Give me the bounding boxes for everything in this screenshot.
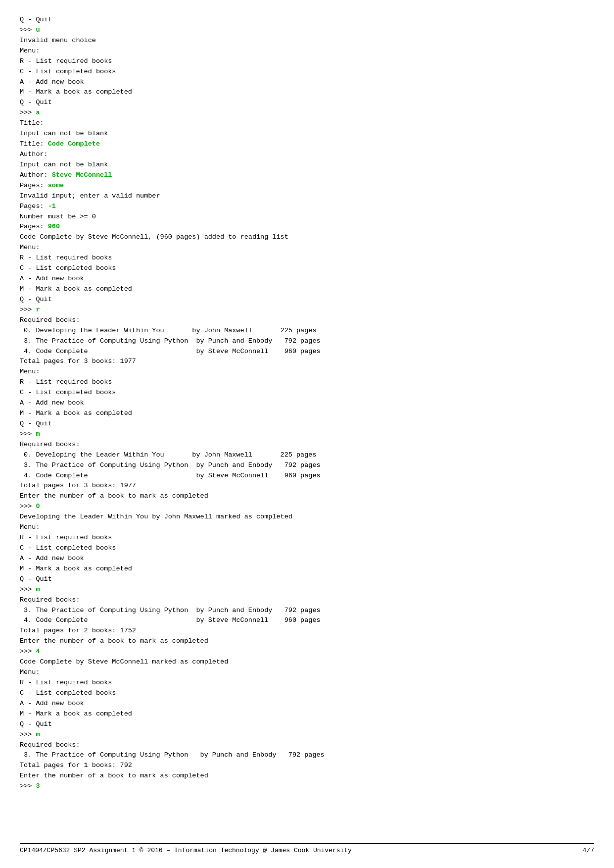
terminal-line: Pages: 960: [20, 222, 594, 232]
terminal-line: Input can not be blank: [20, 129, 594, 139]
terminal-line: 4. Code Complete by Steve McConnell 960 …: [20, 615, 594, 626]
terminal-line: A - Add new book: [20, 77, 594, 88]
terminal-line: Total pages for 1 books: 792: [20, 761, 594, 771]
terminal-line: Title:: [20, 118, 594, 129]
terminal-line: R - List required books: [20, 253, 594, 263]
terminal-line: R - List required books: [20, 678, 594, 688]
terminal-line: 4. Code Complete by Steve McConnell 960 …: [20, 347, 594, 357]
terminal-line: Q - Quit: [20, 98, 594, 108]
terminal-line: 3. The Practice of Computing Using Pytho…: [20, 336, 594, 347]
terminal-line: >>> m: [20, 585, 594, 595]
terminal-line: Invalid input; enter a valid number: [20, 191, 594, 202]
terminal-line: A - Add new book: [20, 554, 594, 564]
terminal-line: M - Mark a book as completed: [20, 709, 594, 719]
terminal-line: Code Complete by Steve McConnell marked …: [20, 657, 594, 667]
terminal-line: Total pages for 3 books: 1977: [20, 357, 594, 367]
terminal-line: Required books:: [20, 595, 594, 606]
terminal-line: Number must be >= 0: [20, 212, 594, 222]
terminal-line: >>> 3: [20, 781, 594, 792]
terminal-line: Q - Quit: [20, 719, 594, 730]
terminal-line: >>> 0: [20, 502, 594, 512]
terminal-line: Pages: -1: [20, 202, 594, 212]
terminal-line: Menu:: [20, 243, 594, 253]
footer-right: 4/7: [583, 847, 594, 854]
terminal-line: M - Mark a book as completed: [20, 87, 594, 98]
terminal-line: 0. Developing the Leader Within You by J…: [20, 450, 594, 460]
terminal-line: Menu:: [20, 667, 594, 678]
terminal-line: C - List completed books: [20, 67, 594, 77]
terminal-line: 0. Developing the Leader Within You by J…: [20, 326, 594, 336]
terminal-line: Code Complete by Steve McConnell, (960 p…: [20, 232, 594, 243]
terminal-line: 3. The Practice of Computing Using Pytho…: [20, 606, 594, 616]
terminal-line: 3. The Practice of Computing Using Pytho…: [20, 460, 594, 471]
terminal-line: Pages: some: [20, 181, 594, 191]
terminal-line: M - Mark a book as completed: [20, 284, 594, 295]
terminal-line: R - List required books: [20, 533, 594, 543]
terminal-line: A - Add new book: [20, 398, 594, 408]
terminal-line: M - Mark a book as completed: [20, 408, 594, 419]
terminal-line: Required books:: [20, 440, 594, 450]
terminal-line: >>> u: [20, 25, 594, 36]
terminal-output: Q - Quit>>> uInvalid menu choiceMenu:R -…: [20, 15, 594, 792]
terminal-line: C - List completed books: [20, 543, 594, 554]
terminal-line: R - List required books: [20, 56, 594, 67]
terminal-line: Enter the number of a book to mark as co…: [20, 491, 594, 502]
terminal-line: Total pages for 3 books: 1977: [20, 481, 594, 491]
terminal-line: Author:: [20, 150, 594, 160]
terminal-line: Invalid menu choice: [20, 36, 594, 46]
terminal-line: R - List required books: [20, 377, 594, 388]
terminal-line: 3. The Practice of Computing Using Pytho…: [20, 750, 594, 761]
terminal-line: Menu:: [20, 46, 594, 56]
footer: CP1404/CP5632 SP2 Assignment 1 © 2016 – …: [20, 843, 594, 854]
terminal-line: Input can not be blank: [20, 160, 594, 170]
footer-left: CP1404/CP5632 SP2 Assignment 1 © 2016 – …: [20, 847, 352, 854]
terminal-line: C - List completed books: [20, 263, 594, 274]
terminal-line: Title: Code Complete: [20, 139, 594, 150]
terminal-line: Total pages for 2 books: 1752: [20, 626, 594, 636]
terminal-line: Enter the number of a book to mark as co…: [20, 636, 594, 647]
terminal-line: >>> a: [20, 108, 594, 118]
terminal-line: A - Add new book: [20, 274, 594, 284]
terminal-line: M - Mark a book as completed: [20, 564, 594, 574]
terminal-line: Menu:: [20, 522, 594, 533]
terminal-line: Required books:: [20, 315, 594, 326]
terminal-line: A - Add new book: [20, 699, 594, 709]
terminal-line: Menu:: [20, 367, 594, 377]
terminal-line: >>> r: [20, 305, 594, 315]
terminal-line: Q - Quit: [20, 574, 594, 585]
terminal-line: >>> 4: [20, 647, 594, 657]
terminal-line: C - List completed books: [20, 688, 594, 699]
terminal-line: Author: Steve McConnell: [20, 170, 594, 181]
terminal-line: Enter the number of a book to mark as co…: [20, 771, 594, 781]
terminal-line: >>> m: [20, 429, 594, 440]
terminal-line: >>> m: [20, 730, 594, 740]
terminal-line: Q - Quit: [20, 295, 594, 305]
terminal-line: 4. Code Complete by Steve McConnell 960 …: [20, 471, 594, 481]
terminal-line: Q - Quit: [20, 419, 594, 429]
terminal-line: Developing the Leader Within You by John…: [20, 512, 594, 522]
terminal-line: C - List completed books: [20, 388, 594, 398]
terminal-line: Required books:: [20, 740, 594, 751]
terminal-line: Q - Quit: [20, 15, 594, 25]
